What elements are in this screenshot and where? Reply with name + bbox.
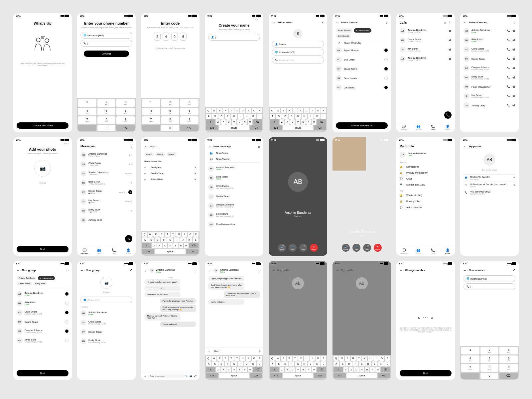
- qwerty-keyboard[interactable]: QWERTYUIOPASDFGHJKL⇧ZXCVBNM⌫123spaceGo: [141, 231, 200, 256]
- back-button[interactable]: [336, 21, 339, 24]
- edit-phone-row[interactable]: 📞+62 999 9999 0000Your phone number: [464, 189, 515, 196]
- confirm-button[interactable]: [130, 268, 132, 272]
- message-input-bar[interactable]: ☺▷: [205, 347, 263, 355]
- screen-chat-1: 9:41 ABAntonio BanderasOnline Today Hi! …: [141, 261, 200, 380]
- bottom-tabs[interactable]: 💬Messages👥Contacts📞Calls👤Profile: [396, 123, 455, 132]
- screen-invite-friends: 9:41 Invite friends Agnez Monica✕ Chuck …: [332, 13, 391, 132]
- name-input[interactable]: 👤|: [208, 34, 260, 41]
- code-input[interactable]: 2406: [144, 33, 196, 41]
- screen-calls: 9:41 Calls ABAntonio Banderas↗ June 24, …: [396, 13, 455, 132]
- new-call-fab[interactable]: 📞: [444, 111, 452, 119]
- screen-welcome: 9:41 What's Up Let's talk with your frie…: [13, 13, 72, 132]
- search-button[interactable]: [258, 145, 260, 148]
- screen-edit-bio-sheet: 9:41 My profile AB Enter your bio UI Des…: [332, 261, 391, 380]
- avatar: S: [293, 29, 303, 38]
- screen-messages: 9:41 Messages ABAntonio BanderasYou're w…: [77, 137, 136, 256]
- back-button[interactable]: [80, 268, 84, 272]
- avatar[interactable]: AB: [483, 154, 495, 166]
- continue-button[interactable]: Continue: [84, 51, 129, 57]
- profile-row[interactable]: ABAntonio BanderasOnline: [400, 150, 452, 159]
- numeric-keypad[interactable]: 12ABC3DEF4GHI5JKL6MNO7PQRS8TUV9WXYZ0⌫: [460, 346, 519, 380]
- screen-calling-photo: 9:41 Antonio Banderas Calling... 🔊Speake…: [332, 137, 391, 256]
- more-button[interactable]: [448, 21, 452, 24]
- avatar: AB: [288, 172, 308, 192]
- resend-link[interactable]: Didn't get the code? Resent code: [144, 47, 196, 49]
- back-button[interactable]: [144, 269, 148, 273]
- region-select[interactable]: 🌐Indonesia (+62): [80, 32, 132, 39]
- screen-search: 9:41 ChatsPhotosVideos Recent searches ⌕…: [141, 137, 200, 256]
- numeric-keypad[interactable]: 12ABC3DEF4GHI5JKL6MNO7PQRS8TUV9WXYZ0⌫: [77, 98, 136, 132]
- back-button[interactable]: [464, 268, 467, 272]
- search-button[interactable]: [130, 145, 132, 148]
- screen-add-contact: 9:41 Add contact S 👤Selena 🌐Indonesia (+…: [269, 13, 327, 132]
- upload-circle[interactable]: 📷: [34, 160, 51, 177]
- next-button[interactable]: Next: [17, 246, 68, 252]
- screen-my-profile: 9:41 My profile ABAntonio BanderasOnline…: [396, 137, 455, 256]
- qwerty-keyboard[interactable]: QWERTYUIOPASDFGHJKL⇧ZXCVBNM⌫123spaceGo: [205, 355, 263, 380]
- svg-point-1: [45, 39, 49, 43]
- invite-button[interactable]: 3 Invites to What's Up: [336, 122, 388, 129]
- screen-new-message: 9:41 New message 👥New Group 📢New Channel…: [205, 137, 263, 256]
- qwerty-keyboard[interactable]: QWERTYUIOPASDFGHJKL⇧ZXCVBNM⌫123spaceGo: [205, 107, 263, 132]
- back-button[interactable]: [208, 269, 211, 273]
- phone-input[interactable]: 📞|: [80, 40, 132, 47]
- screen-calling-avatar: 9:41 AB Antonio Banderas Calling... 🔊Spe…: [269, 137, 327, 256]
- new-channel-row[interactable]: 📢New Channel: [208, 156, 260, 162]
- back-button[interactable]: [400, 268, 403, 272]
- qwerty-keyboard[interactable]: QWERTYUIOPASDFGHJKL⇧ZXCVBNM⌫123spaceGo: [269, 355, 327, 380]
- screen-new-number: 9:41 New number 🌐Indonesia (+62) 📞| 12AB…: [460, 261, 519, 380]
- screen-new-group-select: 9:41 New group Antonio Banderas✕ Chris E…: [13, 261, 72, 380]
- back-button[interactable]: [272, 21, 275, 24]
- message-input-bar[interactable]: ☺📎📷🎤: [141, 372, 200, 380]
- sim-illustration: ▫ ⋯ ▫: [400, 314, 452, 322]
- group-photo-upload[interactable]: 📷: [100, 277, 112, 289]
- group-name-input[interactable]: 👥Group name: [80, 297, 132, 303]
- qwerty-keyboard[interactable]: QWERTYUIOPASDFGHJKL⇧ZXCVBNM⌫123spaceGo: [269, 107, 327, 132]
- more-button[interactable]: [257, 269, 260, 273]
- more-button[interactable]: [193, 269, 196, 273]
- search-input[interactable]: [150, 145, 196, 148]
- back-button[interactable]: [464, 21, 467, 24]
- continue-phone-button[interactable]: Continue with phone: [17, 122, 68, 129]
- confirm-button[interactable]: [513, 268, 515, 272]
- screen-edit-name-sheet: 9:41 My profile AB Enter your name Reyfa…: [269, 261, 327, 380]
- welcome-illustration: [17, 31, 68, 57]
- screen-new-group-name: 9:41 New group 📷 Upload 👥Group name 4 Me…: [77, 261, 136, 380]
- share-row[interactable]: ↗Share What's Up: [336, 40, 388, 46]
- numeric-keypad[interactable]: 12ABC3DEF4GHI5JKL6MNO7PQRS8TUV9WXYZ0⌫: [141, 98, 200, 132]
- screen-create-name: 9:41 1 of 2 Create your name Get more pe…: [205, 13, 263, 132]
- name-input[interactable]: 👤Selena: [272, 41, 324, 48]
- search-button[interactable]: [66, 268, 68, 272]
- bottom-tabs[interactable]: 💬Messages👥Contacts📞Calls👤Profile: [77, 247, 136, 256]
- screen-enter-code: 9:41 Enter code We've sent the code via …: [141, 13, 200, 132]
- svg-point-0: [36, 38, 40, 42]
- region-select[interactable]: 🌐Indonesia (+62): [272, 49, 324, 56]
- back-button[interactable]: [17, 268, 20, 272]
- back-button[interactable]: [144, 145, 148, 148]
- qwerty-keyboard[interactable]: QWERTYUIOPASDFGHJKL⇧ZXCVBNM⌫123spaceGo: [332, 355, 391, 380]
- search-button[interactable]: [444, 21, 446, 24]
- screen-chat-2: 9:41 ABAntonio BanderasOnline Figma, for…: [205, 261, 263, 380]
- edit-bio-row[interactable]: ⓘUI Designer at Google (just dream)Your …: [464, 182, 515, 189]
- app-title: What's Up: [17, 21, 68, 25]
- search-button[interactable]: [386, 21, 388, 24]
- screen-enter-phone: 9:41 Enter your phone number Please conf…: [77, 13, 136, 132]
- region-select[interactable]: 🌐Indonesia (+62): [464, 275, 515, 282]
- bottom-tabs[interactable]: 💬Messages👥Contacts📞Calls👤Profile: [396, 247, 455, 256]
- confirm-button[interactable]: [321, 21, 324, 24]
- screen-change-number: 9:41 Change number ▫ ⋯ ▫ You can set up …: [396, 261, 455, 380]
- back-button[interactable]: [464, 145, 467, 148]
- screen-my-profile-edit: 9:41 My profile AB Set profile photo 👤Re…: [460, 137, 519, 256]
- phone-input[interactable]: 📞Phone number: [272, 57, 324, 64]
- next-button[interactable]: Next: [400, 370, 452, 376]
- edit-name-row[interactable]: 👤Reyfan Tio SaputroYour name✎: [464, 174, 515, 182]
- screen-add-photo: 9:41 2 of 2 Add your photo Get more peop…: [13, 137, 72, 256]
- search-button[interactable]: [513, 21, 515, 24]
- new-group-row[interactable]: 👥New Group: [208, 150, 260, 156]
- phone-input[interactable]: 📞|: [464, 283, 515, 290]
- next-button[interactable]: Next: [17, 370, 68, 376]
- back-button[interactable]: [208, 145, 211, 148]
- screen-select-contact: 9:41 Select Contact ABAntonio BanderasOn…: [460, 13, 519, 132]
